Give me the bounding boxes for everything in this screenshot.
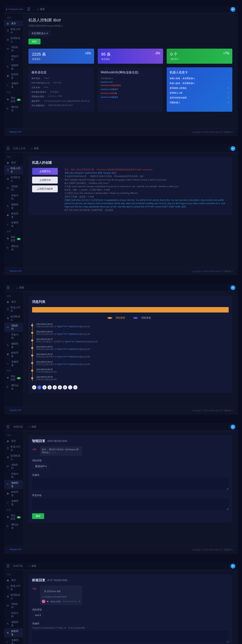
telegram-icon[interactable]: ✈	[231, 146, 235, 151]
content-input[interactable]	[32, 498, 229, 510]
sidebar-item[interactable]: ✱标签回复	[4, 628, 23, 637]
page-button[interactable]: 2	[42, 385, 47, 389]
sidebar-item[interactable]: ⎘调试信息	[4, 243, 23, 252]
message-item[interactable]: 2021/09/10 05:57转发(未知)来自用户 [+7]010***6**…	[36, 353, 229, 358]
sidebar-item[interactable]: ◉首页	[4, 438, 23, 444]
upload-button[interactable]: 上传照片B	[32, 177, 58, 184]
sidebar-item[interactable]: ☰机器人列表	[4, 444, 23, 453]
search-input[interactable]	[31, 425, 56, 428]
menu-toggle-icon[interactable]: ☰	[4, 425, 12, 429]
webhook-link[interactable]: xxxxxxx.com	[101, 81, 160, 83]
sidebar-item[interactable]: ⚙处理机器人	[4, 592, 23, 601]
search-input[interactable]	[40, 8, 64, 11]
sidebar-item[interactable]: ✱标签回复	[4, 489, 23, 498]
page-button[interactable]: »	[73, 385, 77, 389]
page-button[interactable]: 6	[63, 385, 67, 389]
sidebar-item[interactable]: ⚑系统设置1	[4, 513, 23, 522]
sidebar-item[interactable]: 回复代码	[4, 610, 23, 619]
webhook-link[interactable]: xxxxxxx.com链接信息	[101, 84, 160, 87]
tab-sent[interactable]: 消息发送	[131, 316, 156, 319]
sidebar-item[interactable]: ✱标签回复	[4, 350, 23, 359]
sidebar-item[interactable]: ◉首页	[4, 21, 23, 26]
keyword-input[interactable]	[32, 478, 229, 490]
menu-toggle-icon[interactable]: ☰	[4, 285, 12, 290]
msg-type-select[interactable]: test	[32, 613, 44, 618]
sidebar-item[interactable]: ✱标签回复	[4, 211, 23, 220]
sidebar-item[interactable]: ⌁变量回复	[4, 81, 23, 90]
page-button[interactable]: 1	[37, 385, 41, 389]
sidebar-item[interactable]: ◉首页	[4, 160, 23, 165]
search-input[interactable]	[19, 286, 44, 289]
sidebar-item[interactable]: ✎智能回复	[4, 480, 23, 489]
sidebar-item[interactable]: ⚙处理机器人	[4, 175, 23, 184]
sidebar-item[interactable]: ⌁变量回复	[4, 359, 23, 368]
webhook-link[interactable]: xxxxxxx.com归属	[101, 92, 160, 95]
sidebar-item[interactable]: ✎智能回复	[4, 341, 23, 350]
audio-player[interactable]: ▶0:03 / 0:09⇩	[42, 600, 80, 603]
sidebar-item[interactable]: ✉消息队列	[4, 601, 23, 610]
sidebar-item[interactable]: 回复代码	[4, 471, 23, 480]
sidebar-item[interactable]: ✉消息队列	[4, 462, 23, 471]
sidebar-item[interactable]: ✱标签回复	[4, 72, 23, 81]
page-button[interactable]: 5	[58, 385, 62, 389]
download-icon[interactable]: ⇩	[79, 600, 80, 603]
message-item[interactable]: 2021/09/10 05:57转发(未知)来自用户 [+7]010***6**…	[36, 361, 229, 366]
sidebar-item[interactable]: ◉首页	[4, 577, 23, 583]
page-button[interactable]: ...	[68, 385, 72, 389]
page-button[interactable]: 4	[53, 385, 57, 389]
message-item[interactable]: 2021/09/10 05:57转发(未知)来自用户 [+7]010***6**…	[36, 323, 229, 328]
message-item[interactable]: 2021/09/10 05:57转发(未知)来自用户 [+7]010***6**…	[36, 346, 229, 351]
close-icon[interactable]: ✕	[227, 101, 229, 104]
sidebar-item[interactable]: ⌁变量回复	[4, 220, 23, 229]
sidebar-item[interactable]: ✉消息队列	[4, 184, 23, 193]
sidebar-item[interactable]: ◉首页	[4, 299, 23, 305]
webhook-link[interactable]: xxxxxxx.com链接2	[101, 88, 160, 91]
go-button[interactable]: 前往	[28, 39, 41, 44]
close-icon[interactable]: ✕	[227, 97, 229, 99]
sidebar-item[interactable]: ☰机器人列表	[4, 305, 23, 314]
search[interactable]: ⌕	[37, 8, 64, 11]
close-icon[interactable]: ✕	[227, 92, 229, 94]
sidebar-item[interactable]: 回复代码	[4, 193, 23, 202]
sidebar-item[interactable]: ⎘调试信息	[4, 104, 23, 113]
tab-received[interactable]: 消息接收	[105, 316, 130, 319]
menu-toggle-icon[interactable]: ☰	[4, 564, 12, 568]
sidebar-item[interactable]: ⚑系统设置1	[4, 373, 23, 383]
webhook-link[interactable]: xxxxxxx.com链接3	[101, 96, 160, 99]
sidebar-item[interactable]: ⚙处理机器人	[4, 35, 23, 44]
sidebar-item[interactable]: ✉消息队列	[4, 44, 23, 53]
telegram-icon[interactable]: ✈	[231, 564, 235, 569]
sidebar-item[interactable]: 回复代码	[4, 332, 23, 341]
save-button[interactable]: 保存	[32, 513, 44, 519]
sidebar-item[interactable]: ⎘调试信息	[4, 522, 23, 531]
sidebar-item[interactable]: ⎘调试信息	[4, 383, 23, 392]
sidebar-item[interactable]: ⚙处理机器人	[4, 453, 23, 462]
close-icon[interactable]: ✕	[227, 87, 229, 89]
message-item[interactable]: 2021/09/10 05:55转发(未知)数据包内容	[36, 368, 229, 373]
sidebar-item[interactable]: ☰机器人列表	[4, 26, 23, 35]
message-item[interactable]: 2021/09/10 05:57发送(1192)来源于 发自用户 [+7]010…	[36, 338, 229, 343]
message-item[interactable]: 2021/09/10 05:57来自(未知)来自用户 [+7]010***6**…	[36, 331, 229, 336]
sidebar-item[interactable]: ☰机器人列表	[4, 583, 23, 592]
telegram-icon[interactable]: ✈	[231, 7, 235, 12]
search-input[interactable]	[34, 147, 58, 150]
sidebar-item[interactable]: ⌁变量回复	[4, 637, 23, 644]
search-input[interactable]	[31, 565, 56, 567]
sidebar-item[interactable]: ✎智能回复	[4, 62, 23, 72]
sidebar-item[interactable]: ☰机器人列表	[4, 165, 23, 175]
sidebar-item[interactable]: ⌁变量回复	[4, 498, 23, 507]
keyword-input[interactable]	[32, 631, 229, 643]
telegram-icon[interactable]: ✈	[231, 425, 235, 429]
sidebar-item[interactable]: ⚑系统设置1	[4, 95, 23, 104]
sidebar-item[interactable]: ⚙处理机器人	[4, 314, 23, 323]
menu-toggle-icon[interactable]: ☰	[25, 7, 33, 11]
sidebar-item[interactable]: ✎智能回复	[4, 202, 23, 211]
sidebar-item[interactable]: 回复代码	[4, 53, 23, 62]
upload-button[interactable]: 上传照片A	[32, 168, 58, 175]
sidebar-item[interactable]: ⚑系统设置1	[4, 234, 23, 243]
msg-type-select[interactable]: 普通信件	[32, 463, 50, 469]
sidebar-item[interactable]: ✎智能回复	[4, 619, 23, 628]
bot-select[interactable]: 未监测机器人	[28, 30, 51, 36]
message-item[interactable]: 2021/09/10 05:55转发(未知)数据包内容	[36, 376, 229, 381]
telegram-icon[interactable]: ✈	[231, 285, 235, 290]
